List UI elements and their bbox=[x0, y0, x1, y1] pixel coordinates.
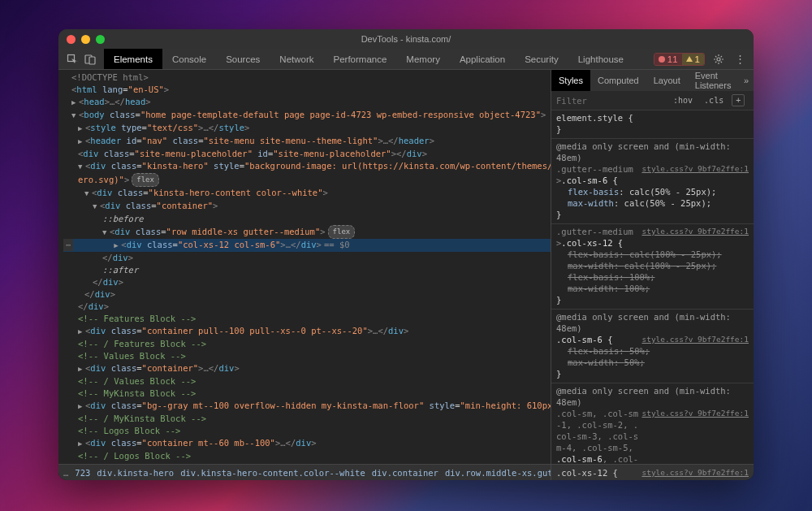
elements-panel: <!DOCTYPE html> <html lang="en-US"> ▶<he… bbox=[58, 70, 551, 480]
breadcrumb-item[interactable]: div.kinsta-hero-content.color--white bbox=[180, 468, 365, 478]
issues-badge[interactable]: 11 1 bbox=[654, 53, 705, 66]
tab-elements[interactable]: Elements bbox=[104, 49, 162, 69]
source-link[interactable]: style.css?v_9bf7e2ffe:1 bbox=[641, 226, 749, 237]
main-tabbar: Elements Console Sources Network Perform… bbox=[58, 49, 754, 70]
dollar-zero: == $0 bbox=[324, 240, 350, 249]
element-style-rule[interactable]: element.style { } bbox=[551, 110, 754, 139]
styles-more-icon[interactable]: ⁝ bbox=[749, 95, 754, 106]
breadcrumb-item[interactable]: div.kinsta-hero bbox=[97, 468, 174, 478]
warning-count: 1 bbox=[695, 54, 700, 64]
css-rule[interactable]: @media only screen and (min-width: 48em)… bbox=[551, 139, 754, 224]
tab-memory[interactable]: Memory bbox=[396, 49, 450, 69]
breadcrumbs: … 723 div.kinsta-hero div.kinsta-hero-co… bbox=[58, 464, 551, 480]
selected-node[interactable]: ⋯▶<div class="col-xs-12 col-sm-6">…</div… bbox=[63, 239, 551, 252]
comment: <!-- Features Block --> bbox=[78, 314, 196, 323]
sidebar-more-icon[interactable]: » bbox=[739, 76, 754, 85]
hov-button[interactable]: :hov bbox=[670, 95, 696, 106]
source-link[interactable]: style.css?v_9bf7e2ffe:1 bbox=[641, 408, 749, 419]
doctype: <!DOCTYPE html> bbox=[71, 72, 149, 82]
device-toolbar-icon[interactable] bbox=[83, 52, 97, 67]
pseudo-after: ::after bbox=[102, 265, 138, 275]
footer-selector: .col-xs-12 { bbox=[556, 468, 618, 478]
styles-filter-input[interactable] bbox=[556, 96, 665, 106]
tab-styles[interactable]: Styles bbox=[551, 70, 590, 91]
pseudo-before: ::before bbox=[102, 214, 144, 223]
styles-body[interactable]: element.style { } @media only screen and… bbox=[551, 110, 754, 464]
svg-point-3 bbox=[717, 58, 720, 61]
flex-badge[interactable]: flex bbox=[132, 173, 159, 187]
tab-performance[interactable]: Performance bbox=[324, 49, 397, 69]
traffic-lights bbox=[58, 35, 105, 44]
media-query: @media only screen and (min-width: 48em) bbox=[556, 385, 749, 408]
styles-footer: .col-xs-12 { style.css?v_9bf7e2ffe:1 bbox=[551, 464, 754, 480]
tab-network[interactable]: Network bbox=[270, 49, 323, 69]
source-link[interactable]: style.css?v_9bf7e2ffe:1 bbox=[641, 334, 749, 345]
comment: <!-- Values Block --> bbox=[78, 351, 186, 361]
source-link[interactable]: style.css?v_9bf7e2ffe:1 bbox=[641, 468, 749, 477]
warning-icon bbox=[686, 56, 693, 62]
styles-filter-row: :hov .cls + ⁝ bbox=[551, 91, 754, 110]
tab-console[interactable]: Console bbox=[162, 49, 216, 69]
tab-application[interactable]: Application bbox=[450, 49, 515, 69]
new-style-rule-button[interactable]: + bbox=[732, 94, 745, 106]
tab-sources[interactable]: Sources bbox=[216, 49, 270, 69]
error-count: 11 bbox=[667, 54, 678, 64]
breadcrumb-item[interactable]: div.row.middle-xs.gutter--medium bbox=[445, 468, 551, 478]
sidebar-tabs: Styles Computed Layout Event Listeners » bbox=[551, 70, 754, 91]
breadcrumb-ellipsis[interactable]: … bbox=[63, 468, 68, 478]
tab-layout[interactable]: Layout bbox=[646, 70, 688, 91]
comment: <!-- / MyKinsta Block --> bbox=[78, 414, 206, 423]
error-icon bbox=[659, 56, 665, 63]
settings-icon[interactable] bbox=[711, 52, 726, 67]
maximize-icon[interactable] bbox=[96, 35, 105, 44]
comment: <!-- / Features Block --> bbox=[78, 339, 206, 349]
inspect-icon[interactable] bbox=[65, 52, 80, 67]
styles-sidebar: Styles Computed Layout Event Listeners »… bbox=[551, 70, 754, 480]
css-rule[interactable]: @media only screen and (min-width: 48em)… bbox=[551, 383, 754, 464]
media-query: @media only screen and (min-width: 48em) bbox=[556, 311, 749, 334]
css-rule[interactable]: @media only screen and (min-width: 48em)… bbox=[551, 310, 754, 383]
main-tabs: Elements Console Sources Network Perform… bbox=[104, 49, 633, 69]
window-title: DevTools - kinsta.com/ bbox=[58, 34, 754, 44]
devtools-window: DevTools - kinsta.com/ Elements Console … bbox=[58, 29, 754, 480]
comment: <!-- / Logos Block --> bbox=[78, 451, 191, 461]
minimize-icon[interactable] bbox=[81, 35, 90, 44]
dom-tree[interactable]: <!DOCTYPE html> <html lang="en-US"> ▶<he… bbox=[58, 70, 551, 464]
tab-event-listeners[interactable]: Event Listeners bbox=[688, 70, 739, 91]
media-query: @media only screen and (min-width: 48em) bbox=[556, 141, 749, 163]
svg-rect-2 bbox=[89, 57, 95, 64]
source-link[interactable]: style.css?v_9bf7e2ffe:1 bbox=[641, 163, 749, 175]
comment: <!-- MyKinsta Block --> bbox=[78, 388, 196, 398]
comment: <!-- Logos Block --> bbox=[78, 426, 180, 435]
tab-security[interactable]: Security bbox=[515, 49, 568, 69]
breadcrumb-item[interactable]: 723 bbox=[75, 468, 90, 478]
comment: <!-- / Values Block --> bbox=[78, 376, 196, 386]
main-content: <!DOCTYPE html> <html lang="en-US"> ▶<he… bbox=[58, 70, 754, 480]
css-rule[interactable]: .gutter--medium>.col-xs-12 { style.css?v… bbox=[551, 224, 754, 310]
close-icon[interactable] bbox=[67, 35, 76, 44]
window-titlebar: DevTools - kinsta.com/ bbox=[58, 29, 754, 49]
more-icon[interactable]: ⋮ bbox=[732, 52, 747, 67]
breadcrumb-item[interactable]: div.container bbox=[372, 468, 438, 478]
cls-button[interactable]: .cls bbox=[701, 95, 727, 106]
tab-lighthouse[interactable]: Lighthouse bbox=[568, 49, 633, 69]
flex-badge[interactable]: flex bbox=[328, 225, 356, 239]
tab-computed[interactable]: Computed bbox=[590, 70, 646, 91]
